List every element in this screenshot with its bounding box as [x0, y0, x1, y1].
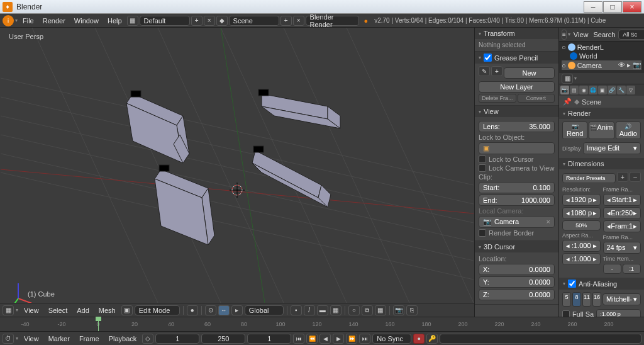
orientation-dropdown[interactable]: Global [245, 305, 284, 315]
timeline[interactable]: -40-200204060801001201401601802002202402… [0, 317, 644, 331]
proportional-icon[interactable]: ○ [348, 305, 360, 315]
snap-target-icon[interactable]: ▦ [375, 305, 386, 315]
res-x-field[interactable]: ◂1920 p▸ [562, 194, 601, 206]
breadcrumb[interactable]: Scene [582, 98, 601, 106]
pivot-icon[interactable]: ⊙ [205, 305, 216, 315]
mode-dropdown[interactable]: Edit Mode [135, 305, 180, 315]
screen-layout-dropdown[interactable]: Default [140, 16, 190, 26]
play-button[interactable]: ▶ [333, 334, 344, 344]
edge-select-icon[interactable]: / [304, 305, 315, 315]
grease-new-button[interactable]: New [504, 67, 555, 79]
lock-camera-check[interactable] [479, 164, 486, 172]
autokeyframe-button[interactable]: ● [413, 334, 425, 344]
editor-type-icon[interactable]: ▦ [3, 305, 14, 315]
grease-check[interactable] [484, 54, 492, 62]
close-button[interactable]: × [623, 1, 641, 13]
render-preview-icon[interactable]: 📷 [393, 305, 404, 315]
transform-header[interactable]: Transform [484, 30, 515, 37]
tab-object[interactable]: ▣ [598, 86, 607, 94]
sync-dropdown[interactable]: No Sync [372, 334, 411, 344]
shading-sphere-icon[interactable]: ● [187, 305, 198, 315]
play-reverse-button[interactable]: ◀ [319, 334, 331, 344]
props-type-icon[interactable]: ▦ [562, 74, 573, 84]
minimize-button[interactable]: – [584, 1, 602, 13]
tab-layers[interactable]: ▤ [570, 86, 579, 94]
blender-logo-icon[interactable]: i [3, 15, 14, 26]
outliner-type-icon[interactable]: ≡ [562, 30, 567, 40]
animation-button[interactable]: 🎬Anim [589, 122, 614, 139]
cursor3d-header[interactable]: 3D Cursor [484, 243, 515, 251]
outliner-camera[interactable]: Camera [577, 62, 602, 69]
preset-add-button[interactable]: + [617, 172, 628, 182]
display-dropdown[interactable]: Image Edit▾ [583, 142, 641, 154]
outliner-filter[interactable]: All Sc [618, 30, 644, 40]
timeline-cursor[interactable] [98, 317, 99, 331]
remove-scene-button[interactable]: × [293, 16, 304, 26]
clip-end-value[interactable]: 1000.000 [521, 196, 550, 204]
keyingset-dropdown[interactable] [440, 334, 641, 344]
layout-icon[interactable]: ▦ [127, 16, 138, 26]
scene-icon[interactable]: ◆ [216, 16, 228, 26]
jump-end-button[interactable]: ⏭ [359, 334, 370, 344]
keyingset-icon[interactable]: 🔑 [426, 334, 438, 344]
menu-help[interactable]: Help [104, 16, 126, 26]
add-layout-button[interactable]: + [191, 16, 203, 26]
render-section-header[interactable]: Render [568, 110, 591, 117]
outliner-renderl[interactable]: RenderL [577, 43, 604, 51]
tl-menu-playback[interactable]: Playback [105, 334, 141, 344]
res-y-field[interactable]: ◂1080 p▸ [562, 207, 601, 219]
render-button[interactable]: 📷Rend [562, 122, 587, 139]
remap-new[interactable]: :1 [623, 264, 641, 274]
grease-header[interactable]: Grease Pencil [494, 54, 538, 62]
res-pct-field[interactable]: 50% [562, 220, 601, 230]
vp-menu-mesh[interactable]: Mesh [95, 305, 119, 315]
menu-render[interactable]: Render [39, 16, 69, 26]
lock-cursor-check[interactable] [479, 156, 486, 163]
timeline-type-icon[interactable]: ⏱ [3, 334, 14, 344]
aspect-y-field[interactable]: ◂:1.000▸ [562, 253, 601, 265]
mode-icon[interactable]: ▣ [121, 305, 133, 315]
keyframe-prev-button[interactable]: ⏪ [306, 334, 318, 344]
frame-start-field[interactable]: ◂Start:1▸ [603, 194, 641, 206]
aa-11[interactable]: 11 [582, 292, 591, 307]
remove-layout-button[interactable]: × [204, 16, 215, 26]
grease-convert-button[interactable]: Convert [518, 94, 555, 103]
tab-world[interactable]: 🌐 [589, 86, 597, 94]
frame-end-input[interactable]: 250 [201, 334, 245, 344]
aa-check[interactable] [568, 280, 576, 288]
fullsa-value[interactable]: :1.000 p [596, 309, 641, 317]
snap-icon[interactable]: ⧉ [362, 305, 373, 315]
maximize-button[interactable]: □ [603, 1, 622, 13]
aa-16[interactable]: 16 [592, 292, 601, 307]
menu-window[interactable]: Window [70, 16, 103, 26]
frame-end-field[interactable]: ◂En:250▸ [603, 207, 641, 219]
plus-icon[interactable]: + [491, 66, 502, 76]
preset-remove-button[interactable]: – [630, 172, 641, 182]
tl-menu-marker[interactable]: Marker [45, 334, 74, 344]
grease-newlayer-button[interactable]: New Layer [479, 81, 555, 93]
frame-start-input[interactable]: 1 [155, 334, 199, 344]
tab-constraints[interactable]: 🔗 [608, 86, 616, 94]
tab-scene[interactable]: ◉ [579, 86, 588, 94]
outliner-view[interactable]: View [572, 30, 591, 40]
tl-menu-frame[interactable]: Frame [75, 334, 103, 344]
camera-value[interactable]: Camera [494, 218, 519, 226]
viewport-canvas[interactable] [0, 28, 474, 303]
add-scene-button[interactable]: + [280, 16, 292, 26]
face-select-icon[interactable]: ▬ [317, 305, 328, 315]
render-presets-dropdown[interactable]: Render Presets [562, 173, 616, 183]
frame-step-field[interactable]: ◂Fram:1▸ [603, 220, 641, 232]
cursor-x-value[interactable]: 0.0000 [529, 266, 550, 273]
scene-dropdown[interactable]: Scene [229, 16, 279, 26]
grease-delete-button[interactable]: Delete Fra... [479, 94, 516, 103]
cursor-y-value[interactable]: 0.0000 [529, 278, 550, 286]
remap-old[interactable]: - [603, 264, 621, 274]
tab-data[interactable]: ▽ [626, 86, 635, 94]
fullsa-check[interactable] [562, 310, 570, 317]
vertex-select-icon[interactable]: ▪ [291, 305, 302, 315]
vp-menu-select[interactable]: Select [45, 305, 72, 315]
cursor-z-value[interactable]: 0.0000 [529, 291, 550, 298]
frame-current-input[interactable]: 1 [247, 334, 291, 344]
fps-dropdown[interactable]: 24 fps▾ [603, 242, 641, 254]
copy-icon[interactable]: ⎘ [406, 305, 418, 315]
